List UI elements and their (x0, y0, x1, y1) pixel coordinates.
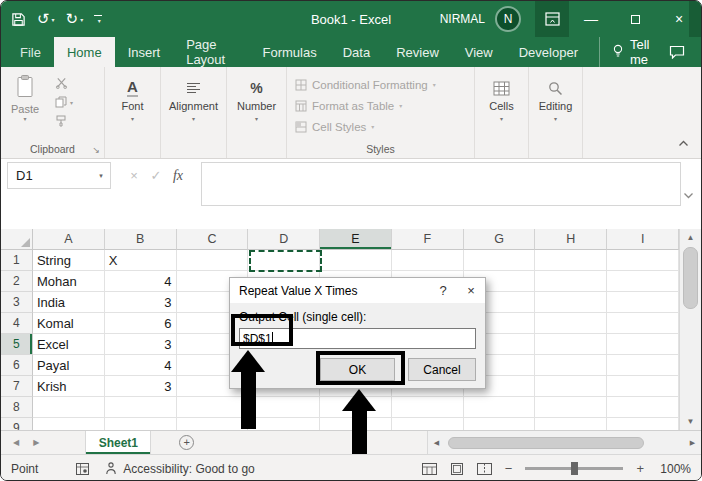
cell-B8[interactable] (105, 397, 177, 418)
cell-I4[interactable] (607, 313, 679, 334)
tab-home[interactable]: Home (54, 37, 115, 67)
cancel-button[interactable]: Cancel (408, 358, 476, 381)
collapse-ribbon-button[interactable] (678, 133, 689, 151)
page-layout-view-button[interactable] (450, 463, 464, 475)
cell-F9[interactable] (392, 418, 464, 430)
cell-B1[interactable]: X (105, 250, 177, 271)
formula-input[interactable] (201, 162, 681, 206)
insert-function-button[interactable]: fx (167, 168, 189, 184)
cell-D8[interactable] (248, 397, 320, 418)
scroll-up-arrow[interactable]: ▲ (680, 229, 701, 246)
zoom-slider[interactable] (525, 467, 623, 470)
tell-me-button[interactable]: Tell me (599, 37, 669, 67)
confirm-entry-button[interactable]: ✓ (145, 168, 167, 183)
cell-G1[interactable] (464, 250, 536, 271)
cell-H8[interactable] (535, 397, 607, 418)
cell-F8[interactable] (392, 397, 464, 418)
row-header-9[interactable]: 9 (1, 418, 33, 430)
accessibility-status[interactable]: Accessibility: Good to go (105, 462, 254, 476)
dialog-help-button[interactable]: ? (429, 278, 457, 303)
cell-H1[interactable] (535, 250, 607, 271)
cell-styles-button[interactable]: Cell Styles ▾ (295, 116, 468, 137)
cells-group-button[interactable]: Cells ▾ (475, 67, 529, 158)
cell-A5[interactable]: Excel (33, 334, 105, 355)
alignment-group-button[interactable]: Alignment ▾ (161, 67, 227, 158)
new-sheet-button[interactable]: + (179, 431, 194, 454)
next-sheet-arrow[interactable]: ▶ (33, 438, 39, 447)
tab-file[interactable]: File (7, 37, 54, 67)
cell-E1[interactable] (320, 250, 392, 271)
customize-qat-button[interactable]: ▾ (94, 15, 102, 24)
cell-H7[interactable] (535, 376, 607, 397)
zoom-slider-thumb[interactable] (571, 462, 578, 475)
tab-review[interactable]: Review (383, 37, 452, 67)
scroll-right-arrow[interactable]: ▶ (684, 439, 701, 447)
cell-H5[interactable] (535, 334, 607, 355)
tab-developer[interactable]: Developer (506, 37, 591, 67)
row-header-3[interactable]: 3 (1, 292, 33, 313)
cell-H3[interactable] (535, 292, 607, 313)
cell-D9[interactable] (248, 418, 320, 430)
tab-view[interactable]: View (452, 37, 506, 67)
cell-E9[interactable] (320, 418, 392, 430)
vertical-scrollbar[interactable]: ▲ ▼ (679, 229, 701, 430)
cell-I6[interactable] (607, 355, 679, 376)
undo-button[interactable]: ↺▾ (37, 10, 55, 28)
user-name[interactable]: NIRMAL (440, 12, 485, 26)
cell-B4[interactable]: 6 (105, 313, 177, 334)
previous-sheet-arrow[interactable]: ◀ (13, 438, 19, 447)
tab-formulas[interactable]: Formulas (250, 37, 330, 67)
number-group-button[interactable]: % Number ▾ (227, 67, 287, 158)
column-header-C[interactable]: C (177, 229, 249, 250)
close-button[interactable]: × (657, 1, 701, 37)
column-header-G[interactable]: G (464, 229, 536, 250)
row-header-2[interactable]: 2 (1, 271, 33, 292)
sheet-tab-sheet1[interactable]: Sheet1 (85, 431, 151, 454)
row-header-8[interactable]: 8 (1, 397, 33, 418)
horizontal-scrollbar[interactable]: ◀ ▶ (427, 431, 701, 454)
column-header-I[interactable]: I (607, 229, 679, 250)
row-header-5[interactable]: 5 (1, 334, 33, 355)
cell-F1[interactable] (392, 250, 464, 271)
zoom-in-button[interactable]: + (636, 461, 644, 476)
cell-I7[interactable] (607, 376, 679, 397)
cell-I9[interactable] (607, 418, 679, 430)
cell-C1[interactable] (177, 250, 249, 271)
comments-button[interactable] (669, 37, 685, 67)
cell-G9[interactable] (464, 418, 536, 430)
cell-C9[interactable] (177, 418, 249, 430)
conditional-formatting-button[interactable]: Conditional Formatting ▾ (295, 74, 468, 95)
dialog-title-bar[interactable]: Repeat Value X Times ? × (230, 278, 485, 303)
output-cell-input[interactable] (239, 328, 476, 349)
select-all-corner[interactable] (1, 229, 33, 250)
cell-E8[interactable] (320, 397, 392, 418)
clipboard-dialog-launcher-icon[interactable]: ↘ (92, 145, 100, 155)
maximize-button[interactable] (613, 1, 657, 37)
cell-A2[interactable]: Mohan (33, 271, 105, 292)
cell-I8[interactable] (607, 397, 679, 418)
record-macro-button[interactable] (76, 463, 89, 475)
cell-B3[interactable]: 3 (105, 292, 177, 313)
cell-I2[interactable] (607, 271, 679, 292)
column-header-A[interactable]: A (33, 229, 105, 250)
vertical-scrollbar-thumb[interactable] (683, 247, 698, 309)
column-header-H[interactable]: H (535, 229, 607, 250)
save-icon[interactable] (11, 12, 26, 27)
horizontal-scrollbar-thumb[interactable] (448, 437, 644, 449)
cell-I3[interactable] (607, 292, 679, 313)
editing-group-button[interactable]: Editing ▾ (529, 67, 583, 158)
cell-C8[interactable] (177, 397, 249, 418)
minimize-button[interactable]: — (569, 1, 613, 37)
row-header-7[interactable]: 7 (1, 376, 33, 397)
avatar[interactable]: N (495, 6, 521, 32)
cell-B5[interactable]: 3 (105, 334, 177, 355)
horizontal-scrollbar-track[interactable] (445, 431, 684, 454)
tab-page-layout[interactable]: Page Layout (173, 37, 249, 67)
chevron-down-icon[interactable]: ▾ (92, 172, 110, 180)
cell-B7[interactable]: 3 (105, 376, 177, 397)
name-box[interactable]: D1 ▾ (7, 162, 111, 189)
cell-A4[interactable]: Komal (33, 313, 105, 334)
cell-A8[interactable] (33, 397, 105, 418)
column-header-B[interactable]: B (105, 229, 177, 250)
row-header-1[interactable]: 1 (1, 250, 33, 271)
